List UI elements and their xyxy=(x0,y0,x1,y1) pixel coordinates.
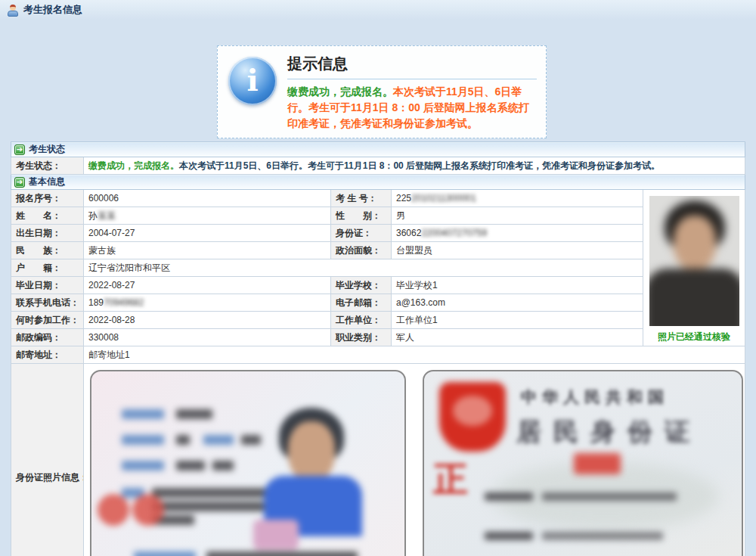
blur-bar xyxy=(176,435,190,445)
table-row: 邮政编码： 330008 职业类别： 军人 xyxy=(11,329,745,346)
page-header: 考生报名信息 xyxy=(0,0,756,20)
phone-redacted: 70949682 xyxy=(104,297,144,308)
blur-bar xyxy=(542,492,677,501)
idnum-redacted: 2200407270759 xyxy=(421,228,487,238)
ethnic-value: 蒙古族 xyxy=(84,242,331,259)
photo-face xyxy=(674,216,716,270)
grad-date-value: 2022-08-27 xyxy=(84,277,331,294)
red-seal-dot xyxy=(132,494,164,526)
arrow-icon: ➔ xyxy=(14,144,25,155)
table-row: 报名序号： 600006 考 生 号： 2252010211300001 照片已… xyxy=(11,190,745,207)
grad-school-label: 毕业学校： xyxy=(331,277,392,294)
work-unit-label: 工作单位： xyxy=(331,312,392,329)
notice-box: i 提示信息 缴费成功，完成报名。本次考试于11月5日、6日举行。考生可于11月… xyxy=(217,45,547,138)
address-value: 邮寄地址1 xyxy=(84,346,745,364)
email-label: 电子邮箱： xyxy=(331,294,392,312)
residence-value: 辽宁省沈阳市和平区 xyxy=(84,259,643,277)
page-title: 考生报名信息 xyxy=(23,3,82,17)
blur-bar xyxy=(203,435,234,445)
blur-bar xyxy=(122,435,164,445)
work-start-label: 何时参加工作： xyxy=(11,312,84,329)
work-start-value: 2022-08-28 xyxy=(84,312,331,329)
table-row: 邮寄地址： 邮寄地址1 xyxy=(11,346,745,364)
idcard-row: 身份证照片信息： xyxy=(11,364,745,556)
table-row: 姓 名： 孙某某 性 别： 男 xyxy=(11,207,745,225)
email-value: a@163.com xyxy=(392,294,643,312)
idcard-portrait-shape xyxy=(253,520,299,550)
notice-message-green: 缴费成功，完成报名。 xyxy=(287,85,393,98)
blur-bar xyxy=(176,461,205,471)
section-title-status: 考生状态 xyxy=(29,143,65,156)
status-value-green: 缴费成功，完成报名。 xyxy=(88,160,179,171)
blur-bar xyxy=(485,532,533,540)
phone-value: 18970949682 xyxy=(84,294,331,312)
table-row: 毕业日期： 2022-08-27 毕业学校： 毕业学校1 xyxy=(11,277,745,294)
notice-title: 提示信息 xyxy=(287,54,537,79)
status-row: 考生状态： 缴费成功，完成报名。本次考试于11月5日、6日举行。考生可于11月1… xyxy=(11,157,745,175)
status-label: 考生状态： xyxy=(11,157,84,175)
blur-bar xyxy=(134,551,196,556)
blur-bar xyxy=(152,488,282,498)
section-candidate-status: ➔ 考生状态 xyxy=(11,142,745,157)
candidate-photo-cell: 照片已经通过核验 xyxy=(643,190,745,346)
idnum-label: 身份证： xyxy=(331,225,392,242)
occupation-value: 军人 xyxy=(392,329,643,346)
blur-bar xyxy=(122,409,164,419)
exam-no-value: 2252010211300001 xyxy=(392,190,643,207)
table-row: 联系手机电话： 18970949682 电子邮箱： a@163.com xyxy=(11,294,745,312)
arrow-icon: ➔ xyxy=(14,177,25,188)
name-redacted: 某某 xyxy=(98,210,116,221)
address-label: 邮寄地址： xyxy=(11,346,84,364)
page: 考生报名信息 i 提示信息 缴费成功，完成报名。本次考试于11月5日、6日举行。… xyxy=(0,0,756,556)
info-icon: i xyxy=(228,57,277,105)
section-title-basic: 基本信息 xyxy=(29,175,65,188)
table-row: 户 籍： 辽宁省沈阳市和平区 xyxy=(11,259,745,277)
idcard-label: 身份证照片信息： xyxy=(11,364,84,556)
idnum-value: 360622200407270759 xyxy=(392,225,643,242)
idcard-back-image: 中华人民共和国 居民身份证 正 xyxy=(423,370,743,556)
work-unit-value: 工作单位1 xyxy=(392,312,643,329)
blur-bar xyxy=(152,502,264,511)
birth-label: 出生日期： xyxy=(11,225,84,242)
grad-school-value: 毕业学校1 xyxy=(392,277,643,294)
gender-value: 男 xyxy=(392,207,643,225)
table-row: 何时参加工作： 2022-08-28 工作单位： 工作单位1 xyxy=(11,312,745,329)
reg-no-label: 报名序号： xyxy=(11,190,84,207)
postcode-label: 邮政编码： xyxy=(11,329,84,346)
section-basic-info: ➔ 基本信息 xyxy=(11,175,745,190)
political-label: 政治面貌： xyxy=(331,242,392,259)
idcard-images-cell: 中华人民共和国 居民身份证 正 xyxy=(84,364,745,556)
status-value: 缴费成功，完成报名。本次考试于11月5日、6日举行。考生可于11月1日 8：00… xyxy=(84,157,745,175)
user-icon xyxy=(6,4,20,17)
exam-no-label: 考 生 号： xyxy=(331,190,392,207)
occupation-label: 职业类别： xyxy=(331,329,392,346)
table-row: 出生日期： 2004-07-27 身份证： 360622200407270759 xyxy=(11,225,745,242)
photo-jacket xyxy=(649,269,739,326)
blur-bar xyxy=(206,551,358,556)
political-value: 台盟盟员 xyxy=(392,242,643,259)
grad-date-label: 毕业日期： xyxy=(11,277,84,294)
registration-table: ➔ 考生状态 考生状态： 缴费成功，完成报名。本次考试于11月5日、6日举行。考… xyxy=(11,141,745,556)
blur-bar xyxy=(542,532,663,540)
idcard-portrait-face xyxy=(288,421,335,482)
ethnic-label: 民 族： xyxy=(11,242,84,259)
candidate-photo xyxy=(649,196,739,326)
user-icon-head xyxy=(10,5,16,11)
table-row: 民 族： 蒙古族 政治面貌： 台盟盟员 xyxy=(11,242,745,259)
notice-content: 提示信息 缴费成功，完成报名。本次考试于11月5日、6日举行。考生可于11月1日… xyxy=(287,54,537,132)
gender-label: 性 别： xyxy=(331,207,392,225)
status-value-rest: 本次考试于11月5日、6日举行。考生可于11月1日 8：00 后登陆网上报名系统… xyxy=(179,160,660,171)
name-label: 姓 名： xyxy=(11,207,84,225)
reg-no-value: 600006 xyxy=(84,190,331,207)
residence-label: 户 籍： xyxy=(11,259,84,277)
blur-bar xyxy=(485,492,533,501)
exam-no-redacted: 2010211300001 xyxy=(411,193,476,203)
user-icon-body xyxy=(8,11,18,17)
blur-bar xyxy=(176,409,212,419)
phone-label: 联系手机电话： xyxy=(11,294,84,312)
idcard-front-image xyxy=(90,370,406,556)
name-value: 孙某某 xyxy=(84,207,331,225)
blur-bar xyxy=(212,461,234,471)
notice-message: 缴费成功，完成报名。本次考试于11月5日、6日举行。考生可于11月1日 8：00… xyxy=(287,84,537,132)
red-seal-dot xyxy=(98,494,129,526)
